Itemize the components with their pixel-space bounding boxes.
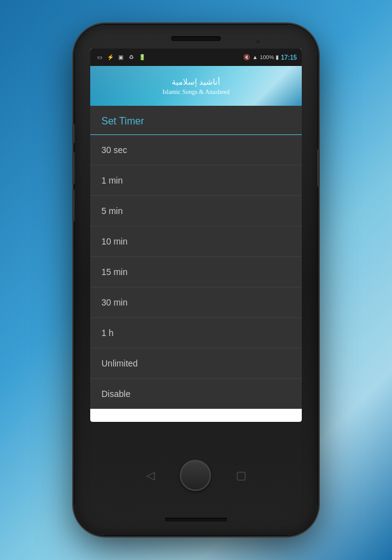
timer-option-10min[interactable]: 10 min — [90, 226, 302, 257]
timer-option-unlimited[interactable]: Unlimited — [90, 348, 302, 379]
camera-button[interactable] — [72, 190, 75, 221]
timer-option-30sec[interactable]: 30 sec — [90, 135, 302, 166]
app-title-arabic: أناشيد إسلامية — [162, 77, 230, 87]
battery-percent: 100% — [259, 54, 274, 60]
timer-option-30min[interactable]: 30 min — [90, 287, 302, 318]
screen: ▭ ⚡ ▣ ♻ 🔋 🔇 ▲ 100% ▮ 17:15 أناشيد إسلامي… — [90, 49, 302, 422]
camera — [255, 39, 261, 45]
mute-icon: 🔇 — [243, 54, 250, 60]
volume-up-button[interactable] — [72, 124, 75, 143]
signal-icon: ▲ — [252, 54, 258, 60]
timer-dialog: Set Timer 30 sec 1 min 5 min 10 min 15 m… — [90, 106, 302, 409]
timer-option-disable[interactable]: Disable — [90, 379, 302, 409]
back-button[interactable]: ◁ — [146, 469, 155, 482]
app-title-english: Islamic Songs & Anasheed — [162, 88, 230, 95]
timer-option-15min[interactable]: 15 min — [90, 257, 302, 287]
home-button[interactable] — [180, 460, 211, 491]
recent-apps-button[interactable]: ▢ — [236, 469, 246, 482]
volume-down-button[interactable] — [72, 152, 75, 184]
dialog-title: Set Timer — [90, 106, 302, 135]
bottom-speaker — [165, 518, 227, 521]
phone-frame: ▭ ⚡ ▣ ♻ 🔋 🔇 ▲ 100% ▮ 17:15 أناشيد إسلامي… — [75, 25, 317, 535]
timer-option-1min[interactable]: 1 min — [90, 166, 302, 196]
usb-icon: ⚡ — [106, 54, 114, 61]
image-icon: ▣ — [116, 54, 125, 61]
power-button[interactable] — [317, 149, 320, 187]
battery-full-icon: ▮ — [276, 54, 279, 60]
timer-option-5min[interactable]: 5 min — [90, 196, 302, 226]
time-display: 17:15 — [281, 54, 297, 61]
recycle-icon: ♻ — [127, 54, 136, 61]
battery-icon-left: 🔋 — [138, 54, 146, 61]
tablet-icon: ▭ — [95, 54, 104, 61]
header-text-container: أناشيد إسلامية Islamic Songs & Anasheed — [162, 77, 230, 95]
timer-option-1h[interactable]: 1 h — [90, 318, 302, 348]
top-speaker — [171, 36, 221, 41]
status-bar: ▭ ⚡ ▣ ♻ 🔋 🔇 ▲ 100% ▮ 17:15 — [90, 49, 302, 66]
status-right-info: 🔇 ▲ 100% ▮ 17:15 — [243, 54, 297, 61]
status-left-icons: ▭ ⚡ ▣ ♻ 🔋 — [95, 54, 146, 61]
app-header: أناشيد إسلامية Islamic Songs & Anasheed — [90, 66, 302, 106]
